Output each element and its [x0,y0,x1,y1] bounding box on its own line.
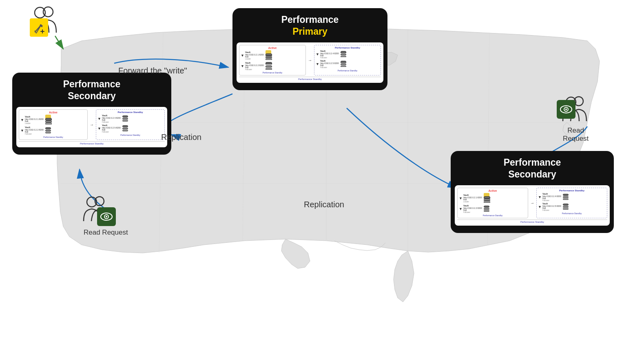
performance-secondary-right-node: Performance Secondary Active ▼ Vault htt… [451,151,614,233]
read-actor-left: Read Request [82,196,110,224]
read-actor-right: ReadRequest [561,96,589,124]
pencil-icon [33,22,45,34]
eye-icon-left [100,212,113,222]
svg-point-28 [565,109,567,110]
active-label-primary: Active [241,47,304,49]
eye-icon-right [559,104,573,114]
read-request-right-label: ReadRequest [563,126,589,143]
replication-right-label: Replication [304,200,344,209]
replication-left-label: Replication [161,133,201,142]
performance-secondary-left-node: Performance Secondary Active ▼ Vault htt… [12,73,171,155]
forward-write-label: Forward the "write" [118,66,187,75]
svg-point-23 [106,216,107,217]
primary-title: Performance Primary [232,8,387,40]
write-actor [28,6,60,36]
read-request-left-label: Read Request [84,228,128,237]
performance-primary-node: Performance Primary Active ▼ Vault http:… [232,8,387,90]
secondary-left-title: Performance Secondary [12,73,171,104]
secondary-right-title: Performance Secondary [451,151,614,183]
